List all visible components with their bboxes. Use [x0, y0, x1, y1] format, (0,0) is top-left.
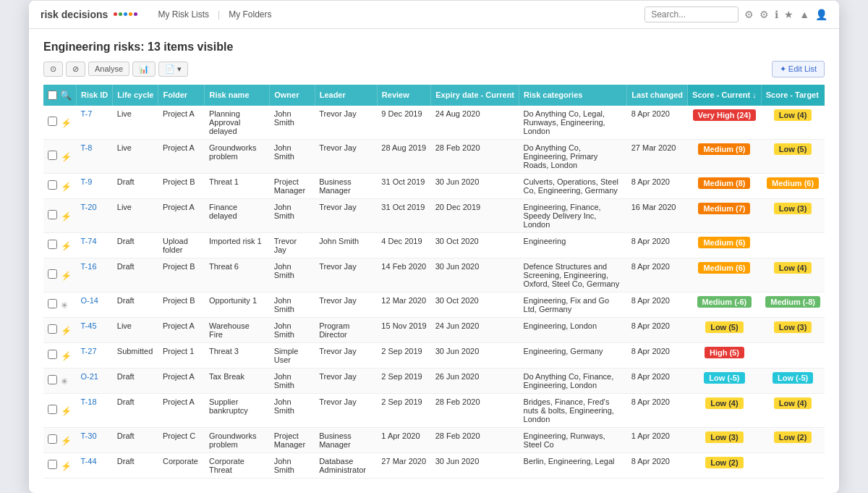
row-checkbox[interactable] [48, 299, 57, 308]
row-score-target: Low (-5) [761, 368, 825, 393]
row-owner: Trevor Jay [270, 232, 315, 258]
row-last-changed: 8 Apr 2020 [627, 393, 688, 427]
row-expiry: 28 Feb 2020 [431, 139, 519, 173]
row-icon: ⚡ [61, 152, 72, 162]
row-id: T-18 [77, 393, 113, 427]
score-target-badge: Low (-5) [773, 372, 813, 384]
row-checkbox[interactable] [48, 324, 57, 334]
row-name: Groundworks problem [205, 139, 270, 173]
row-folder: Corporate [158, 452, 205, 478]
row-categories: Defence Structures and Screening, Engine… [519, 258, 627, 292]
th-folder: Folder [158, 85, 205, 106]
row-name: Threat 3 [205, 342, 270, 368]
toolbar-btn-circle[interactable]: ⊙ [43, 62, 63, 77]
row-checkbox[interactable] [48, 269, 57, 279]
row-checkbox[interactable] [48, 180, 57, 190]
star-icon[interactable]: ★ [784, 9, 793, 20]
row-checkbox-cell: ⚡ [43, 139, 77, 173]
info-icon[interactable]: ℹ [775, 9, 778, 20]
table-row: ⚡ T-8 Live Project A Groundworks problem… [43, 139, 825, 173]
row-checkbox-cell: ⚡ [43, 232, 77, 258]
row-score-target: Low (3) [761, 198, 825, 232]
row-owner: John Smith [270, 292, 315, 317]
logo-dot-green [119, 12, 122, 16]
row-expiry: 30 Jun 2020 [431, 342, 519, 368]
th-risk-name: Risk name [205, 85, 270, 106]
row-score-target: Low (5) [761, 139, 825, 173]
page-title: Engineering risks: 13 items visible [43, 41, 825, 54]
row-leader: Trevor Jay [315, 368, 377, 393]
user-icon[interactable]: 👤 [815, 9, 827, 20]
row-folder: Project A [158, 106, 205, 140]
th-search-icon[interactable]: 🔍 [60, 90, 72, 101]
row-review: 28 Aug 2019 [377, 139, 430, 173]
row-checkbox[interactable] [48, 210, 57, 219]
row-name: Threat 6 [205, 258, 270, 292]
row-lifecycle: Draft [113, 258, 158, 292]
row-expiry: 26 Jun 2020 [431, 368, 519, 393]
score-current-badge: Medium (7) [698, 203, 750, 214]
row-categories: Do Anything Co, Engineering, Primary Roa… [519, 139, 627, 173]
th-score-current[interactable]: Score - Current ↓ [688, 85, 762, 106]
settings-icon[interactable]: ⚙ [744, 9, 754, 20]
row-leader: Program Director [315, 317, 377, 342]
table-row: ⚡ T-18 Draft Project A Supplier bankrupt… [43, 393, 825, 427]
row-id: T-27 [77, 342, 113, 368]
row-checkbox[interactable] [48, 151, 57, 160]
row-name: Warehouse Fire [205, 317, 270, 342]
row-categories: Engineering, Germany [519, 342, 627, 368]
logo-text: risk decisions [41, 9, 108, 20]
table-row: ✳ O-21 Draft Project A Tax Break John Sm… [43, 368, 825, 393]
row-leader: Trevor Jay [315, 198, 377, 232]
row-owner: John Smith [270, 393, 315, 427]
table-row: ⚡ T-45 Live Project A Warehouse Fire Joh… [43, 317, 825, 342]
row-id: T-44 [77, 452, 113, 478]
select-all-checkbox[interactable] [48, 90, 57, 100]
row-checkbox[interactable] [48, 434, 57, 444]
row-leader: Trevor Jay [315, 258, 377, 292]
row-score-current: Low (5) [688, 317, 762, 342]
toolbar-btn-doc[interactable]: 📄 ▾ [158, 62, 188, 77]
row-score-current: Medium (-6) [688, 292, 762, 317]
nav-my-folders[interactable]: My Folders [229, 9, 271, 20]
logo-dot-blue [124, 12, 127, 16]
row-review: 12 Mar 2020 [377, 292, 430, 317]
row-checkbox[interactable] [48, 460, 57, 469]
edit-list-button[interactable]: ✦ Edit List [772, 61, 825, 77]
row-checkbox-cell: ⚡ [43, 106, 77, 140]
nav-my-risk-lists[interactable]: My Risk Lists [158, 9, 209, 20]
row-icon: ⚡ [61, 271, 72, 281]
row-score-current: Low (-5) [688, 368, 762, 393]
toolbar-btn-analyse[interactable]: Analyse [88, 62, 129, 76]
row-icon: ✳ [61, 300, 68, 311]
row-checkbox[interactable] [48, 117, 57, 126]
row-last-changed: 8 Apr 2020 [627, 368, 688, 393]
bell-icon[interactable]: ▲ [799, 9, 809, 20]
gear-icon[interactable]: ⚙ [760, 9, 769, 20]
row-checkbox[interactable] [48, 375, 57, 384]
row-checkbox-cell: ⚡ [43, 258, 77, 292]
row-icon: ⚡ [61, 211, 72, 222]
row-folder: Project A [158, 393, 205, 427]
row-score-target: Low (4) [761, 393, 825, 427]
row-checkbox[interactable] [48, 405, 57, 414]
toolbar-btn-no-circle[interactable]: ⊘ [66, 62, 85, 77]
row-last-changed: 8 Apr 2020 [627, 106, 688, 140]
row-expiry: 30 Oct 2020 [431, 232, 519, 258]
row-score-current: High (5) [688, 342, 762, 368]
row-leader: Business Manager [315, 173, 377, 198]
toolbar-btn-chart[interactable]: 📊 [132, 62, 156, 77]
toolbar: ⊙ ⊘ Analyse 📊 📄 ▾ ✦ Edit List [43, 61, 825, 77]
search-input[interactable] [644, 7, 739, 22]
row-last-changed: 8 Apr 2020 [627, 452, 688, 478]
row-checkbox[interactable] [48, 350, 57, 359]
row-checkbox[interactable] [48, 240, 57, 249]
score-target-badge: Low (4) [774, 109, 812, 121]
row-last-changed: 8 Apr 2020 [627, 232, 688, 258]
table-header-row: 🔍 Risk ID Life cycle Folder Risk name Ow… [43, 85, 825, 106]
row-leader: Trevor Jay [315, 139, 377, 173]
row-lifecycle: Live [113, 139, 158, 173]
row-review: 4 Dec 2019 [377, 232, 430, 258]
row-last-changed: 8 Apr 2020 [627, 342, 688, 368]
table-row: ⚡ T-30 Draft Project C Groundworks probl… [43, 427, 825, 452]
